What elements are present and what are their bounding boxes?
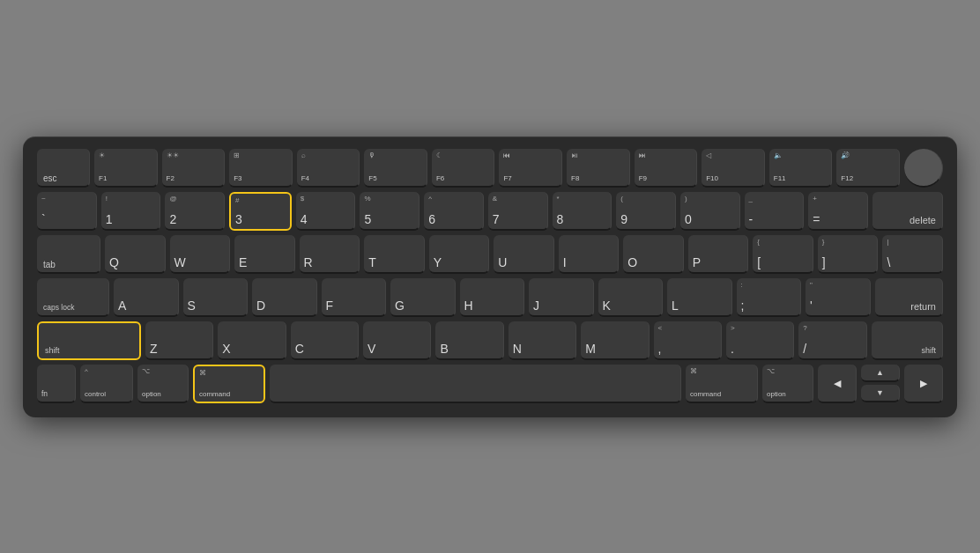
key-9[interactable]: ( 9 [616,192,676,231]
key-y[interactable]: Y [429,235,490,274]
key-return[interactable]: return [875,278,944,317]
key-f7[interactable]: ⏮ F7 [499,149,562,188]
key-command-left[interactable]: ⌘ command [193,365,265,403]
qwerty-row: tab Q W E R T Y U I O P [37,235,943,274]
key-arrow-left[interactable]: ◀ [818,365,857,403]
key-option-right[interactable]: ⌥ option [762,365,813,403]
key-f6[interactable]: ☾ F6 [432,149,495,188]
key-g[interactable]: G [390,278,456,317]
key-arrow-down[interactable]: ▼ [861,385,900,402]
key-z[interactable]: Z [145,321,213,360]
key-x[interactable]: X [218,321,286,360]
key-c[interactable]: C [291,321,359,360]
key-k[interactable]: K [598,278,664,317]
num-row: ~ ` ! 1 @ 2 # 3 $ 4 % 5 ^ 6 & 7 [37,192,943,231]
key-a[interactable]: A [114,278,179,317]
key-capslock[interactable]: caps lock [37,278,109,317]
key-6[interactable]: ^ 6 [424,192,484,231]
key-f11[interactable]: 🔈 F11 [769,149,833,188]
key-command-right[interactable]: ⌘ command [686,365,758,403]
key-q[interactable]: Q [105,235,166,274]
fn-row: esc ☀ F1 ☀☀ F2 ⊞ F3 ⌕ F4 🎙 F5 ☾ F6 ⏮ F7 [37,149,943,188]
key-2[interactable]: @ 2 [165,192,225,231]
key-space[interactable] [270,365,681,403]
key-shift-left[interactable]: shift [37,321,141,360]
key-i[interactable]: I [559,235,620,274]
key-5[interactable]: % 5 [360,192,419,231]
key-fn[interactable]: fn [37,365,76,403]
key-tab[interactable]: tab [37,235,100,274]
arrow-up-down-col: ▲ ▼ [861,365,900,403]
key-esc[interactable]: esc [37,149,90,188]
key-b[interactable]: B [435,321,503,360]
key-comma[interactable]: < , [654,321,722,360]
asdf-row: caps lock A S D F G H J K L : ; [37,278,943,317]
key-power[interactable] [904,149,943,188]
key-7[interactable]: & 7 [488,192,548,231]
key-m[interactable]: M [581,321,649,360]
key-f8[interactable]: ⏯ F8 [567,149,630,188]
key-0[interactable]: ) 0 [680,192,740,231]
key-semicolon[interactable]: : ; [737,278,802,317]
key-arrow-up[interactable]: ▲ [861,365,900,382]
key-f9[interactable]: ⏭ F9 [635,149,698,188]
key-f5[interactable]: 🎙 F5 [364,149,427,188]
key-s[interactable]: S [183,278,249,317]
key-8[interactable]: * 8 [553,192,612,231]
key-n[interactable]: N [509,321,576,360]
key-arrow-right[interactable]: ▶ [904,365,943,403]
key-backtick[interactable]: ~ ` [37,192,97,231]
key-h[interactable]: H [460,278,525,317]
key-equals[interactable]: + = [808,192,868,231]
key-t[interactable]: T [364,235,425,274]
key-1[interactable]: ! 1 [101,192,161,231]
key-control[interactable]: ^ control [80,365,133,403]
key-slash[interactable]: ? / [798,321,866,360]
key-f3[interactable]: ⊞ F3 [229,149,293,188]
key-f2[interactable]: ☀☀ F2 [162,149,226,188]
key-u[interactable]: U [494,235,554,274]
key-o[interactable]: O [623,235,684,274]
key-f10[interactable]: ◁ F10 [702,149,765,188]
key-quote[interactable]: " ' [806,278,871,317]
key-backslash[interactable]: | \ [882,235,943,274]
key-j[interactable]: J [529,278,594,317]
key-period[interactable]: > . [726,321,794,360]
key-lbracket[interactable]: { [ [753,235,813,274]
key-f1[interactable]: ☀ F1 [94,149,158,188]
key-p[interactable]: P [688,235,749,274]
key-f4[interactable]: ⌕ F4 [297,149,360,188]
key-option-left[interactable]: ⌥ option [137,365,189,403]
key-r[interactable]: R [300,235,360,274]
key-rbracket[interactable]: } ] [818,235,879,274]
keyboard: esc ☀ F1 ☀☀ F2 ⊞ F3 ⌕ F4 🎙 F5 ☾ F6 ⏮ F7 [23,136,957,417]
key-f[interactable]: F [322,278,387,317]
key-e[interactable]: E [234,235,295,274]
bottom-row: fn ^ control ⌥ option ⌘ command ⌘ comman… [37,365,943,403]
zxcv-row: shift Z X C V B N M < , > . [37,321,943,360]
key-delete[interactable]: delete [872,192,943,231]
key-4[interactable]: $ 4 [296,192,356,231]
key-d[interactable]: D [252,278,317,317]
key-3[interactable]: # 3 [229,192,292,231]
key-shift-right[interactable]: shift [872,321,943,360]
key-l[interactable]: L [667,278,732,317]
key-minus[interactable]: _ - [745,192,805,231]
key-w[interactable]: W [170,235,231,274]
key-v[interactable]: V [363,321,431,360]
key-f12[interactable]: 🔊 F12 [836,149,900,188]
